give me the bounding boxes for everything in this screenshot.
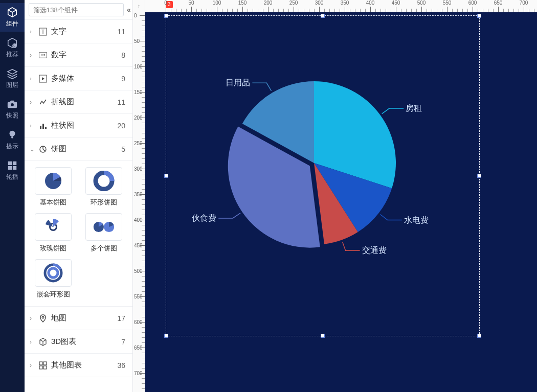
svg-point-25 [49, 268, 58, 278]
category-count: 9 [121, 75, 125, 83]
ai-cube-icon: AI [7, 37, 18, 49]
bulb-icon [7, 129, 18, 141]
svg-text:AI: AI [13, 44, 15, 47]
thumb-label: 多个饼图 [91, 244, 117, 253]
rail-item-snapshot[interactable]: 快照 [0, 95, 25, 124]
rail-label: 轮播 [6, 173, 18, 181]
selection-handle[interactable] [164, 334, 168, 338]
chevron-right-icon: › [30, 338, 38, 345]
other-icon [38, 360, 48, 371]
rail-item-layers[interactable]: 图层 [0, 64, 25, 93]
thumb-preview [85, 213, 122, 241]
svg-rect-28 [43, 362, 47, 365]
pie-slice-label: 水电费 [404, 215, 429, 226]
chevron-down-icon: ⌄ [30, 146, 38, 153]
selection-handle[interactable] [164, 14, 168, 18]
chart-thumb-rose[interactable]: 玫瑰饼图 [32, 213, 75, 253]
pie-slice-label: 房租 [406, 103, 422, 114]
chevron-right-icon: › [30, 315, 38, 322]
svg-rect-27 [39, 362, 42, 365]
category-row-3d[interactable]: ›3D图表7 [25, 330, 132, 354]
category-count: 17 [117, 314, 125, 322]
pie-thumbnail-grid: 基本饼图环形饼图玫瑰饼图多个饼图嵌套环形图 [25, 161, 132, 307]
svg-rect-6 [13, 162, 16, 165]
selection-handle[interactable] [321, 334, 325, 338]
category-label: 文字 [51, 27, 117, 36]
svg-point-2 [11, 103, 14, 106]
thumb-preview [35, 259, 72, 287]
ruler-corner[interactable]: ↕ [133, 0, 145, 12]
chart-thumb-donut[interactable]: 环形饼图 [82, 167, 126, 207]
selection-handle[interactable] [321, 14, 325, 18]
chart-thumb-basic[interactable]: 基本饼图 [32, 167, 75, 207]
thumb-preview [35, 213, 72, 241]
chevron-right-icon: › [30, 99, 38, 106]
vertical-ruler[interactable]: 0501001502002503003504004505005506006507… [133, 12, 145, 392]
horizontal-ruler[interactable]: 3 05010015020025030035040045050055060065… [145, 0, 537, 12]
rail-item-carousel[interactable]: 轮播 [0, 156, 25, 185]
category-row-pie[interactable]: ⌄饼图5 [25, 137, 132, 161]
selection-handle[interactable] [477, 174, 481, 178]
category-count: 11 [117, 28, 125, 36]
selection-handle[interactable] [477, 14, 481, 18]
design-canvas[interactable]: 房租水电费交通费伙食费日用品 [145, 12, 537, 392]
selection-handle[interactable] [477, 334, 481, 338]
svg-text:T: T [41, 29, 44, 35]
thumb-label: 基本饼图 [40, 198, 66, 207]
category-label: 数字 [51, 50, 121, 60]
chevron-right-icon: › [30, 52, 38, 59]
map-icon [38, 313, 48, 324]
svg-rect-29 [39, 366, 42, 369]
category-label: 多媒体 [51, 74, 121, 83]
component-tree: ›T文字11›123数字8›多媒体9›折线图11›柱状图20⌄饼图5基本饼图环形… [25, 20, 132, 392]
svg-rect-8 [13, 166, 16, 170]
category-row-number[interactable]: ›123数字8 [25, 43, 132, 67]
panel-header: « [25, 0, 132, 20]
pie-chart[interactable]: 房租水电费交通费伙食费日用品 [230, 79, 398, 247]
category-row-bar[interactable]: ›柱状图20 [25, 114, 132, 137]
category-row-line[interactable]: ›折线图11 [25, 90, 132, 114]
pie-slice-label: 日用品 [226, 78, 250, 88]
category-count: 20 [117, 122, 125, 130]
chart-thumb-multi[interactable]: 多个饼图 [82, 213, 126, 253]
collapse-panel-icon[interactable]: « [127, 6, 131, 14]
rail-item-tips[interactable]: 提示 [0, 126, 25, 154]
rail-label: 提示 [6, 142, 18, 151]
rail-label: 快照 [6, 111, 18, 120]
svg-rect-4 [11, 136, 13, 139]
cube-icon [7, 7, 18, 18]
chevron-right-icon: › [30, 28, 38, 35]
svg-rect-16 [45, 127, 47, 129]
category-count: 8 [121, 51, 125, 59]
rail-item-components[interactable]: 组件 [0, 3, 25, 32]
svg-rect-5 [8, 162, 12, 165]
category-row-other[interactable]: ›其他图表36 [25, 354, 132, 377]
pie-icon [38, 144, 48, 154]
component-filter-input[interactable] [29, 3, 124, 16]
svg-text:123: 123 [40, 54, 45, 57]
rail-label: 图层 [6, 81, 18, 89]
category-row-map[interactable]: ›地图17 [25, 307, 132, 330]
category-row-media[interactable]: ›多媒体9 [25, 67, 132, 90]
svg-point-26 [42, 316, 44, 318]
category-row-text[interactable]: ›T文字11 [25, 20, 132, 43]
category-count: 36 [117, 361, 125, 370]
pie-slice-label: 伙食费 [192, 213, 216, 224]
3d-icon [38, 337, 48, 347]
svg-point-3 [10, 131, 15, 136]
canvas-stage: ↕ 3 050100150200250300350400450500550600… [133, 0, 537, 392]
thumb-label: 环形饼图 [91, 198, 117, 207]
category-label: 饼图 [51, 144, 121, 154]
thumb-label: 嵌套环形图 [37, 290, 70, 299]
thumb-preview [85, 167, 122, 195]
chevron-right-icon: › [30, 75, 38, 82]
category-label: 其他图表 [51, 360, 117, 370]
selection-handle[interactable] [164, 174, 168, 178]
chart-thumb-nested[interactable]: 嵌套环形图 [32, 259, 75, 299]
thumb-preview [35, 167, 72, 195]
svg-point-23 [104, 222, 114, 232]
rail-item-recommend[interactable]: AI 推荐 [0, 34, 25, 62]
svg-rect-7 [8, 166, 12, 170]
category-count: 7 [121, 338, 125, 346]
chevron-right-icon: › [30, 362, 38, 369]
